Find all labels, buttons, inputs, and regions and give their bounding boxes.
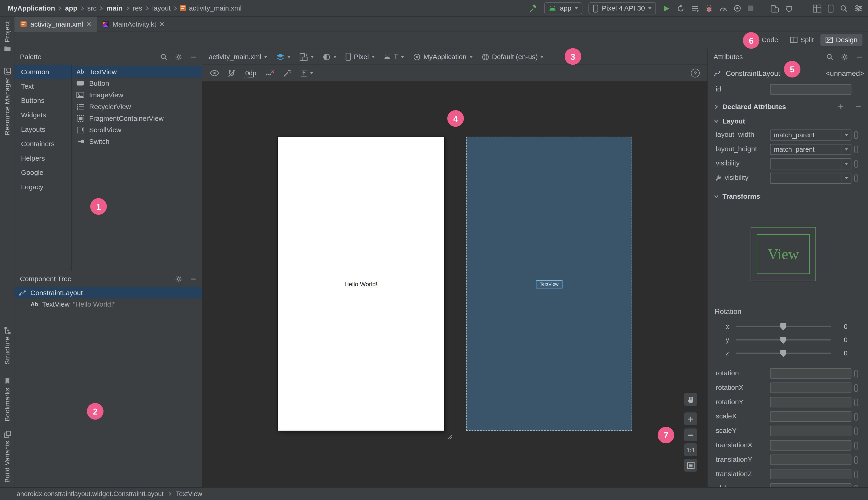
layout-height-select[interactable]: match_parent [770,144,851,155]
layout-section[interactable]: Layout [708,115,868,128]
breadcrumb-src[interactable]: src [86,4,98,12]
device-select[interactable]: Pixel 4 API 30 [589,2,656,14]
hello-world-textview[interactable]: Hello World! [344,281,377,287]
hide-panel-icon[interactable] [190,276,197,282]
night-mode-select[interactable] [323,53,336,61]
profiler-icon[interactable] [719,5,727,12]
hide-panel-icon[interactable] [856,54,863,60]
build-hammer-icon[interactable] [529,4,538,13]
status-breadcrumb-class[interactable]: androidx.constraintlayout.widget.Constra… [16,490,163,498]
coverage-icon[interactable] [733,4,741,12]
layout-width-select[interactable]: match_parent [770,129,851,140]
theme-select[interactable]: MyApplication [413,53,472,61]
resource-picker-button[interactable] [854,442,858,450]
zoom-to-fit-button[interactable] [684,459,697,472]
slider-thumb[interactable] [780,350,786,357]
resource-picker-button[interactable] [854,146,858,153]
design-file-select[interactable]: activity_main.xml [209,53,267,61]
autoconnect-off-magnet-icon[interactable] [228,69,236,77]
device-for-preview-select[interactable]: Pixel [345,53,375,61]
close-icon[interactable] [87,22,91,26]
tools-visibility-select[interactable] [770,173,851,184]
scaley-input[interactable] [770,426,851,436]
rotation-input[interactable] [770,368,851,379]
gear-icon[interactable] [841,53,849,61]
palette-item-recyclerview[interactable]: RecyclerView [72,101,202,113]
logcat-icon[interactable] [785,4,793,12]
surface-mode-select[interactable] [276,53,291,61]
palette-item-switch[interactable]: Switch [72,136,202,147]
breadcrumb-file[interactable]: activity_main.xml [188,4,243,12]
palette-category-common[interactable]: Common [14,65,71,79]
zoom-100-button[interactable]: 1:1 [684,443,697,456]
apply-changes-icon[interactable] [676,4,685,12]
palette-category-text[interactable]: Text [14,79,71,93]
breadcrumb-layout[interactable]: layout [151,4,172,12]
tree-item-textview[interactable]: Ab TextView "Hello World!" [14,298,202,310]
layout-inspector-icon[interactable] [813,4,822,12]
palette-item-scrollview[interactable]: ScrollView [72,124,202,136]
resource-picker-button[interactable] [854,384,858,392]
resource-picker-button[interactable] [854,413,858,421]
pan-hand-button[interactable] [684,393,697,406]
rotationx-input[interactable] [770,383,851,393]
emulator-icon[interactable] [828,4,834,12]
palette-category-layouts[interactable]: Layouts [14,122,71,137]
slider-thumb[interactable] [780,323,786,330]
debug-bug-icon[interactable] [705,4,713,12]
palette-category-google[interactable]: Google [14,166,71,180]
palette-item-imageview[interactable]: ImageView [72,89,202,101]
resource-picker-button[interactable] [854,174,858,182]
sidebar-item-resource-manager[interactable]: Resource Manager [0,68,14,135]
api-version-select[interactable]: T [384,53,404,61]
search-icon[interactable] [160,53,168,61]
rotationy-input[interactable] [770,397,851,407]
add-attribute-button[interactable] [837,104,844,110]
translationx-input[interactable] [770,440,851,451]
stop-button[interactable] [747,5,754,12]
infer-constraints-wand-icon[interactable] [283,69,291,77]
palette-category-legacy[interactable]: Legacy [14,180,71,194]
blueprint-textview-widget[interactable]: TextView [536,280,562,288]
resource-picker-button[interactable] [854,456,858,464]
settings-sliders-icon[interactable] [854,4,863,12]
search-icon[interactable] [826,53,834,61]
tree-item-constraintlayout[interactable]: ConstraintLayout [14,287,202,298]
breadcrumb-project[interactable]: MyApplication [7,4,56,12]
blueprint-preview-device[interactable]: TextView [466,137,632,431]
scalex-input[interactable] [770,411,851,422]
tab-mainactivity-kt[interactable]: MainActivity.kt [97,16,170,32]
sidebar-item-structure[interactable]: Structure [0,327,14,364]
rotation-x-slider[interactable] [736,326,831,327]
device-manager-icon[interactable] [770,4,779,12]
status-breadcrumb-item[interactable]: TextView [176,490,202,498]
profiler-list-icon[interactable] [691,5,699,12]
palette-item-button[interactable]: Button [72,78,202,89]
resize-handle[interactable] [446,433,453,440]
hide-panel-icon[interactable] [190,54,197,60]
palette-category-helpers[interactable]: Helpers [14,151,71,166]
palette-category-widgets[interactable]: Widgets [14,108,71,122]
remove-attribute-button[interactable] [855,104,862,110]
pack-align-icon[interactable] [299,69,313,77]
translationz-input[interactable] [770,469,851,479]
alpha-input[interactable] [770,483,851,487]
resource-picker-button[interactable] [854,427,858,435]
resource-picker-button[interactable] [854,370,858,378]
design-preview-device[interactable]: Hello World! [278,137,444,431]
orientation-select[interactable] [299,53,314,61]
tab-activity-main-xml[interactable]: activity_main.xml [14,16,97,32]
search-everywhere-icon[interactable] [840,4,848,12]
visibility-select[interactable] [770,158,851,169]
sidebar-item-bookmarks[interactable]: Bookmarks [0,378,14,421]
resource-picker-button[interactable] [854,485,858,487]
declared-attributes-section[interactable]: Declared Attributes [708,100,868,113]
gear-icon[interactable] [175,53,183,61]
palette-category-buttons[interactable]: Buttons [14,93,71,108]
transforms-section[interactable]: Transforms [708,190,868,203]
translationy-input[interactable] [770,454,851,465]
palette-item-fragmentcontainerview[interactable]: FragmentContainerView [72,112,202,124]
resource-picker-button[interactable] [854,131,858,139]
breadcrumb-res[interactable]: res [132,4,144,12]
design-surface[interactable]: Hello World! TextView 1:1 [202,82,708,487]
